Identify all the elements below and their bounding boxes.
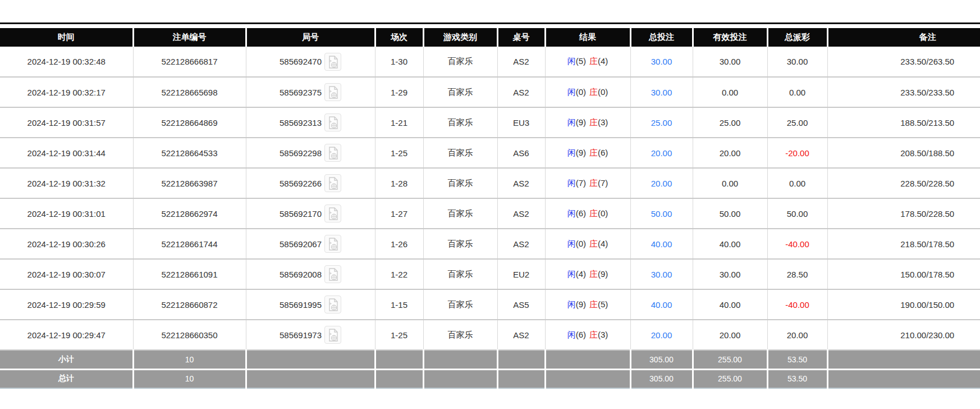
subtotal-row-total-bet-text: 305.00 — [649, 355, 674, 364]
result-banker-points: (3) — [598, 117, 608, 127]
bet-records-table-wrap: 时间注单编号局号场次游戏类别桌号结果总投注有效投注总派彩备注 2024-12-1… — [0, 28, 980, 389]
result-player-label: 闲 — [567, 299, 576, 309]
grand-total-row-game-type-blank — [423, 369, 497, 388]
valid-bet-cell-text: 50.00 — [720, 209, 741, 219]
subtotal-row: 小计10305.00255.0053.50 — [0, 350, 980, 369]
result-player-points: (6) — [576, 208, 586, 218]
video-replay-button[interactable] — [324, 235, 341, 253]
table-no-cell: AS5 — [497, 289, 545, 320]
payout-cell-text: 25.00 — [787, 118, 808, 128]
session-cell: 1-30 — [375, 47, 423, 77]
remark-cell: 188.50/213.50 — [827, 107, 980, 138]
payout-cell: 20.00 — [767, 320, 827, 350]
subtotal-row-count-text: 10 — [185, 355, 194, 364]
result-player-label: 闲 — [567, 87, 576, 97]
game-type-cell: 百家乐 — [423, 198, 497, 229]
remark-cell-text: 178.50/228.50 — [900, 209, 954, 219]
table-no-cell-text: AS5 — [513, 300, 529, 310]
round-cell: 585692266 — [246, 168, 375, 198]
result-cell: 闲(9)庄(6) — [545, 138, 630, 168]
video-replay-button[interactable] — [324, 113, 341, 131]
table-no-cell-text: AS6 — [513, 148, 529, 158]
video-icon — [327, 238, 338, 251]
bet-id-cell-text: 522128664533 — [161, 148, 217, 158]
result-player-label: 闲 — [567, 178, 576, 188]
table-no-cell-text: AS2 — [513, 330, 529, 340]
video-replay-button[interactable] — [324, 174, 341, 192]
result-player-points: (0) — [576, 87, 586, 97]
session-cell-text: 1-28 — [391, 179, 407, 188]
result-cell: 闲(0)庄(4) — [545, 229, 630, 259]
total-bet-cell-text: 30.00 — [651, 270, 672, 279]
result-player-points: (7) — [576, 178, 586, 188]
bet-id-cell-text: 522128661744 — [161, 239, 217, 249]
game-type-cell-text: 百家乐 — [448, 269, 473, 279]
table-no-cell: AS2 — [497, 320, 545, 350]
total-bet-cell: 30.00 — [630, 47, 693, 77]
table-no-cell: AS2 — [497, 198, 545, 229]
time-cell: 2024-12-19 00:32:48 — [0, 47, 133, 77]
bet-id-cell: 522128663987 — [133, 168, 246, 198]
column-header-time: 时间 — [0, 28, 133, 47]
video-icon — [327, 86, 338, 99]
bet-id-cell: 522128664869 — [133, 107, 246, 138]
bet-id-cell-text: 522128666817 — [161, 57, 217, 66]
table-no-cell: EU3 — [497, 107, 545, 138]
valid-bet-cell-text: 0.00 — [722, 179, 738, 188]
result-banker-points: (9) — [598, 269, 608, 279]
video-replay-button[interactable] — [324, 144, 341, 162]
subtotal-row-session-blank — [375, 350, 423, 369]
session-cell-text: 1-25 — [391, 330, 407, 340]
table-no-cell-text: EU3 — [513, 118, 529, 128]
total-bet-cell-text: 50.00 — [651, 209, 672, 219]
remark-cell-text: 188.50/213.50 — [900, 118, 954, 128]
subtotal-row-count: 10 — [133, 350, 246, 369]
bet-id-cell: 522128660872 — [133, 289, 246, 320]
game-type-cell: 百家乐 — [423, 107, 497, 138]
game-type-cell-text: 百家乐 — [448, 239, 473, 248]
column-header-bet-id: 注单编号 — [133, 28, 246, 47]
video-replay-button[interactable] — [324, 204, 341, 222]
game-type-cell: 百家乐 — [423, 138, 497, 168]
table-header-row: 时间注单编号局号场次游戏类别桌号结果总投注有效投注总派彩备注 — [0, 28, 980, 47]
payout-cell-text: 0.00 — [789, 88, 805, 97]
remark-cell: 208.50/188.50 — [827, 138, 980, 168]
session-cell: 1-29 — [375, 77, 423, 107]
round-cell-inner: 585692266 — [280, 174, 341, 192]
game-type-cell-text: 百家乐 — [448, 178, 473, 188]
session-cell: 1-27 — [375, 198, 423, 229]
round-cell: 585692470 — [246, 47, 375, 77]
bet-id-cell-text: 522128663987 — [161, 179, 217, 188]
video-icon — [327, 177, 338, 190]
session-cell: 1-15 — [375, 289, 423, 320]
total-bet-cell-text: 25.00 — [651, 118, 672, 128]
result-player-points: (9) — [576, 148, 586, 157]
table-no-cell: AS2 — [497, 229, 545, 259]
subtotal-row-payout-text: 53.50 — [787, 355, 807, 364]
total-bet-cell: 50.00 — [630, 198, 693, 229]
result-player-points: (9) — [576, 117, 586, 127]
video-replay-button[interactable] — [324, 53, 341, 71]
session-cell-text: 1-15 — [391, 300, 407, 310]
result-banker-points: (3) — [598, 330, 608, 339]
valid-bet-cell-text: 20.00 — [720, 148, 741, 158]
remark-cell: 190.00/150.00 — [827, 289, 980, 320]
video-replay-button[interactable] — [324, 265, 341, 283]
video-replay-button[interactable] — [324, 296, 341, 313]
result-banker-points: (4) — [598, 56, 608, 66]
game-type-cell: 百家乐 — [423, 229, 497, 259]
round-cell: 585692170 — [246, 198, 375, 229]
total-bet-cell-text: 20.00 — [651, 330, 672, 340]
video-icon — [327, 116, 338, 130]
round-number: 585691973 — [280, 330, 322, 340]
video-replay-button[interactable] — [324, 326, 341, 344]
grand-total-row-label: 总计 — [0, 369, 133, 388]
time-cell: 2024-12-19 00:29:59 — [0, 289, 133, 320]
total-bet-cell: 20.00 — [630, 168, 693, 198]
result-banker-points: (0) — [598, 87, 608, 97]
time-cell-text: 2024-12-19 00:31:01 — [28, 209, 106, 219]
video-replay-button[interactable] — [324, 83, 341, 101]
video-icon — [327, 298, 338, 312]
total-bet-cell-text: 40.00 — [651, 300, 672, 310]
bet-id-cell-text: 522128661091 — [161, 270, 217, 279]
